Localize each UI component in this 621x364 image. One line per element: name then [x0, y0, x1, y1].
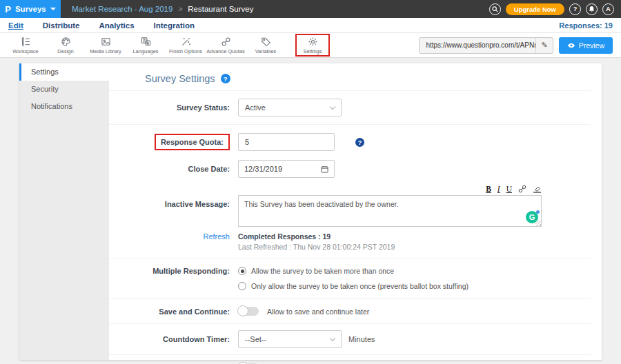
tab-analytics[interactable]: Analytics	[99, 21, 134, 30]
underline-button[interactable]: U	[506, 185, 512, 193]
countdown-timer-select[interactable]: --Set--	[238, 330, 342, 348]
countdown-timer-value: --Set--	[245, 335, 266, 343]
survey-url-text[interactable]: https://www.questionpro.com/t/APNrfZ	[420, 41, 535, 49]
row-refresh: Refresh Completed Responses : 19 Last Re…	[109, 231, 591, 259]
breadcrumb-folder[interactable]: Market Research - Aug 2019	[72, 5, 172, 13]
sidebar-item-notifications[interactable]: Notifications	[19, 98, 109, 115]
toolbar-item-design[interactable]: Design	[46, 37, 86, 54]
inactive-message-label: Inactive Message:	[109, 200, 230, 208]
close-date-value: 12/31/2019	[244, 165, 282, 173]
row-inactive-message: Inactive Message: B I U This Survey has …	[109, 185, 591, 231]
edit-url-button[interactable]: ✎	[535, 38, 552, 53]
resize-handle[interactable]	[535, 221, 541, 226]
tab-edit[interactable]: Edit	[8, 21, 23, 30]
avatar[interactable]: A	[602, 3, 614, 15]
toolbar-item-variables[interactable]: Variables	[246, 37, 286, 54]
response-quota-help-icon[interactable]: ?	[355, 138, 364, 147]
survey-status-value: Active	[245, 103, 266, 112]
workspace-icon	[21, 37, 31, 47]
toolbar-item-settings[interactable]: Settings	[295, 34, 330, 57]
inactive-message-textarea[interactable]: This Survey has been deactivated by the …	[238, 195, 542, 227]
clear-format-icon[interactable]	[533, 185, 542, 193]
row-countdown-timer: Countdown Timer: --Set-- Minutes	[109, 324, 591, 355]
completed-responses-text: Completed Responses : 19	[238, 232, 395, 241]
title-row: Survey Settings ?	[109, 63, 591, 91]
chain-links-icon	[221, 37, 231, 47]
close-date-label: Close Date:	[109, 165, 230, 173]
row-close-date: Close Date: 12/31/2019	[109, 157, 591, 185]
calendar-icon	[321, 165, 328, 173]
save-and-continue-toggle[interactable]	[238, 307, 259, 316]
row-multiple-responding: Multiple Responding: Allow the survey to…	[109, 259, 591, 299]
survey-status-select[interactable]: Active	[238, 99, 342, 117]
edit-toolbar: Workspace Design Media Library Languages…	[0, 33, 621, 58]
eye-icon	[567, 43, 575, 48]
upgrade-now-button[interactable]: Upgrade Now	[506, 3, 564, 15]
survey-status-label: Survey Status:	[109, 103, 230, 112]
response-quota-input[interactable]	[238, 133, 335, 151]
row-survey-status: Survey Status: Active	[109, 91, 591, 125]
topbar-actions: Upgrade Now ? A	[489, 3, 614, 15]
responses-count[interactable]: Responses: 19	[559, 21, 613, 30]
gear-icon	[308, 37, 318, 47]
save-and-continue-text: Allow to save and continue later	[267, 307, 369, 316]
row-seo: SEO: Allow search engine indexing	[109, 355, 591, 364]
response-quota-label: Response Quota:	[155, 134, 230, 150]
toolbar-item-languages[interactable]: Languages	[126, 37, 166, 54]
tab-distribute[interactable]: Distribute	[43, 21, 80, 30]
search-icon	[492, 6, 498, 12]
breadcrumb-separator: >	[178, 6, 182, 13]
italic-button[interactable]: I	[497, 185, 500, 193]
magic-wand-icon	[181, 37, 191, 47]
chevron-down-icon	[330, 335, 335, 341]
main-nav: Edit Distribute Analytics Integration Re…	[0, 18, 621, 33]
radio-option-multiple[interactable]: Allow the survey to be taken more than o…	[238, 267, 469, 275]
app-logo[interactable]: P Surveys	[0, 0, 61, 18]
settings-main: Survey Settings ? Survey Status: Active …	[109, 63, 602, 360]
refresh-link[interactable]: Refresh	[109, 232, 230, 241]
toolbar-item-advance-quotas[interactable]: Advance Quotas	[206, 37, 246, 54]
countdown-timer-suffix: Minutes	[348, 335, 375, 343]
toolbar-item-media-library[interactable]: Media Library	[86, 37, 126, 54]
product-name: Surveys	[15, 5, 46, 13]
row-save-and-continue: Save and Continue: Allow to save and con…	[109, 299, 591, 324]
translate-icon	[141, 37, 151, 47]
format-toolbar: B I U	[238, 185, 542, 195]
survey-settings-help-icon[interactable]: ?	[221, 74, 230, 83]
multiple-responding-options: Allow the survey to be taken more than o…	[238, 267, 469, 290]
logo-icon: P	[5, 4, 11, 14]
radio-selected-icon[interactable]	[238, 267, 246, 275]
toolbar-item-finish-options[interactable]: Finish Options	[166, 37, 206, 54]
settings-sidebar: Settings Security Notifications	[19, 63, 109, 360]
sidebar-item-settings[interactable]: Settings	[19, 63, 109, 81]
radio-unselected-icon[interactable]	[238, 282, 246, 290]
settings-card: Settings Security Notifications Survey S…	[19, 63, 602, 360]
tab-integration[interactable]: Integration	[154, 21, 195, 30]
palette-icon	[61, 37, 71, 47]
survey-url-field: https://www.questionpro.com/t/APNrfZ ✎	[419, 37, 553, 54]
search-button[interactable]	[489, 3, 501, 15]
save-and-continue-label: Save and Continue:	[109, 307, 230, 316]
radio-option-once[interactable]: Only allow the survey to be taken once (…	[238, 282, 469, 290]
bold-button[interactable]: B	[486, 185, 491, 193]
responses-summary: Completed Responses : 19 Last Refreshed …	[238, 232, 395, 251]
breadcrumb-survey-name: Restaurant Survey	[188, 5, 253, 13]
sidebar-item-security[interactable]: Security	[19, 81, 109, 98]
chevron-down-icon	[330, 103, 335, 109]
preview-button[interactable]: Preview	[559, 37, 613, 54]
help-button[interactable]: ?	[569, 3, 581, 15]
top-bar: P Surveys Market Research - Aug 2019 > R…	[0, 0, 621, 18]
breadcrumb: Market Research - Aug 2019 > Restaurant …	[72, 5, 253, 13]
close-date-input[interactable]: 12/31/2019	[238, 160, 335, 178]
bell-icon	[589, 6, 595, 12]
inactive-message-editor: B I U This Survey has been deactivated b…	[238, 185, 542, 227]
link-icon[interactable]	[518, 185, 526, 193]
inactive-message-textarea-wrap: This Survey has been deactivated by the …	[238, 195, 542, 227]
response-quota-label-wrap: Response Quota:	[109, 134, 230, 150]
toggle-knob	[237, 305, 248, 316]
tag-icon	[261, 37, 271, 47]
countdown-timer-label: Countdown Timer:	[109, 335, 230, 343]
notifications-button[interactable]	[586, 3, 598, 15]
toolbar-item-workspace[interactable]: Workspace	[6, 37, 46, 54]
pencil-icon: ✎	[541, 41, 547, 50]
